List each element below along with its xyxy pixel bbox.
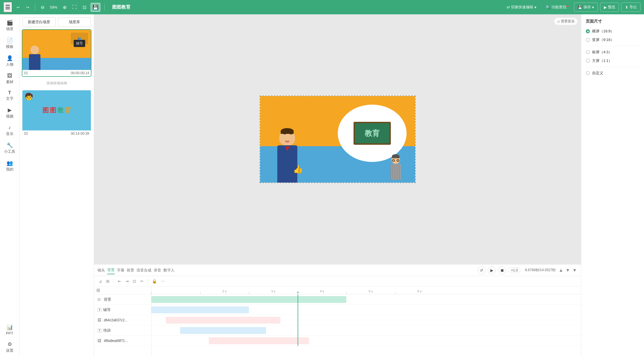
app-title: 图图教育: [112, 4, 130, 10]
layer-image-2[interactable]: 🖼 4f6a9ea69f71...: [94, 336, 151, 346]
layer-text-2[interactable]: T 培训: [94, 325, 151, 336]
ruler-mark-1s: [151, 290, 200, 293]
label-landscape: 横屏（16:9）: [592, 29, 614, 34]
layer-image-2-label: 4f6a9ea69f71...: [104, 339, 128, 343]
scene-library-button[interactable]: 场景库: [58, 17, 91, 27]
grid-tool-button[interactable]: ⊞: [105, 278, 111, 284]
fullscreen-button[interactable]: ⛶: [71, 3, 78, 11]
new-blank-scene-button[interactable]: 新建空白场景: [22, 17, 56, 27]
save-button[interactable]: 💾 保存 ▾: [574, 3, 598, 12]
sidebar-label-mine: 我的: [6, 167, 13, 172]
speed-control[interactable]: ×1.0: [508, 267, 520, 273]
tab-digital[interactable]: 数字人: [163, 267, 175, 274]
ruler-mark-3s: 3 s: [249, 290, 298, 293]
track-block-img2[interactable]: [209, 337, 309, 344]
sidebar-label-ppt: PPT: [6, 331, 13, 335]
option-standard[interactable]: 标屏（4:3）: [586, 50, 639, 55]
sidebar-label-video: 视频: [6, 114, 13, 119]
sidebar-item-music[interactable]: ♪ 音乐: [0, 122, 19, 139]
radio-custom[interactable]: [586, 71, 590, 75]
sidebar-item-text[interactable]: T 文字: [0, 87, 19, 104]
right-panel-title: 页面尺寸: [586, 19, 639, 24]
layer-text-1-label: 辅导: [103, 307, 111, 312]
save-icon-button[interactable]: 💾: [91, 3, 100, 12]
radio-landscape[interactable]: [586, 29, 590, 33]
tab-tts[interactable]: 语音合成: [136, 267, 151, 274]
save-icon: 💾: [578, 5, 582, 9]
tab-bg[interactable]: 背景: [107, 266, 115, 274]
option-square[interactable]: 方屏（1:1）: [586, 58, 639, 63]
lock-button[interactable]: 🔒: [151, 278, 158, 284]
sidebar-item-tools[interactable]: 🔧 小工具: [0, 139, 19, 157]
track-block-bg[interactable]: [151, 296, 346, 303]
music-note-icon: ♫: [557, 19, 560, 24]
track-block-text1[interactable]: [151, 306, 249, 313]
scene-card-02[interactable]: 图图教育 🧒 02 00:14-00:39: [22, 90, 91, 137]
scene-01-time: 00:00-00:14: [71, 71, 89, 75]
timeline-tabs: 镜头 背景 字幕 前景 语音合成 录音 数字人 ↺ ▶ ⏹ ×1.0 8.676…: [94, 265, 581, 276]
canvas-area: ♫ 背景音乐: [94, 14, 581, 264]
filter-tool-button[interactable]: ⊿: [97, 278, 103, 284]
timeline-labels: ⊞ ⊟ 背景 T 辅导 🖼 d64c2a637c2...: [94, 286, 151, 356]
more-tool-button[interactable]: ⋯: [160, 278, 166, 284]
timeline-collapse[interactable]: ▼: [572, 268, 577, 273]
track-block-text2[interactable]: [180, 327, 266, 334]
layer-image-1[interactable]: 🖼 d64c2a637c2...: [94, 315, 151, 325]
align-left-button[interactable]: ⇤: [117, 278, 122, 284]
timeline-up-arrow[interactable]: ▲: [558, 268, 564, 273]
option-custom[interactable]: 自定义: [586, 71, 639, 76]
sidebar-label-character: 人物: [6, 62, 13, 67]
zoom-in-button[interactable]: ⊕: [61, 3, 68, 11]
bg-music-button[interactable]: ♫ 背景音乐: [554, 18, 577, 25]
sidebar-item-character[interactable]: 👤 人物: [0, 52, 19, 70]
option-portrait[interactable]: 竖屏（9:16）: [586, 37, 639, 42]
menu-button[interactable]: ☰: [3, 2, 12, 12]
timeline-tracks[interactable]: 2 s 3 s 4 s 5 s 6 s: [151, 286, 581, 356]
layer-text-1[interactable]: T 辅导: [94, 305, 151, 315]
scene-card-01[interactable]: 辅导 👥 01 00:00-00:14: [22, 29, 91, 77]
tab-lens[interactable]: 镜头: [97, 267, 105, 274]
export-button[interactable]: ⬆ 导出: [621, 3, 641, 12]
switch-mode-button[interactable]: ⇄ 切换快速编辑 ▾: [503, 3, 540, 11]
radio-portrait[interactable]: [586, 38, 590, 42]
divider-1: [35, 4, 35, 11]
timeline-down-arrow[interactable]: ▼: [565, 268, 571, 273]
tab-subtitle[interactable]: 字幕: [117, 267, 124, 274]
sidebar-item-video[interactable]: ▶ 视频: [0, 104, 19, 122]
trim-button[interactable]: ✂: [139, 278, 145, 284]
text-icon: T: [8, 90, 11, 95]
track-block-img1[interactable]: [166, 317, 280, 324]
radio-square[interactable]: [586, 59, 590, 63]
redo-button[interactable]: ↪: [24, 4, 31, 11]
align-right-button[interactable]: ⇥: [124, 278, 130, 284]
feature-search-button[interactable]: 🔍 功能查找: [542, 3, 572, 11]
track-image-2: [151, 336, 581, 346]
timeline-label-header: ⊞: [94, 286, 151, 294]
zoom-out-button[interactable]: ⊖: [39, 3, 46, 11]
option-landscape[interactable]: 横屏（16:9）: [586, 29, 639, 34]
sidebar-item-ppt[interactable]: 📊 PPT: [0, 321, 19, 338]
scene-icon: 🎬: [7, 19, 13, 26]
fit-button[interactable]: ⊡: [81, 3, 88, 11]
settings-icon: ⚙: [7, 341, 12, 347]
character-icon: 👤: [7, 55, 13, 61]
stop-button[interactable]: ⏹: [498, 266, 506, 274]
layer-bg[interactable]: ⊟ 背景: [94, 294, 151, 305]
tab-record[interactable]: 录音: [154, 267, 161, 274]
sidebar-item-template[interactable]: 📄 模板: [0, 34, 19, 52]
sidebar-item-scene[interactable]: 🎬 场景: [0, 17, 19, 34]
preview-button[interactable]: ▶ 预览: [600, 3, 619, 12]
replay-button[interactable]: ↺: [477, 266, 485, 274]
distribute-button[interactable]: ⊡: [132, 278, 137, 284]
radio-standard[interactable]: [586, 50, 590, 54]
track-bg: [151, 294, 581, 305]
undo-button[interactable]: ↩: [15, 4, 22, 11]
add-transition-button[interactable]: 添加转场动画: [22, 79, 91, 87]
play-button[interactable]: ▶: [488, 266, 496, 274]
sidebar-item-mine[interactable]: 👥 我的: [0, 157, 19, 175]
template-icon: 📄: [7, 37, 13, 44]
blackboard-text: 教育: [365, 128, 380, 138]
tab-foreground[interactable]: 前景: [127, 267, 134, 274]
sidebar-item-settings[interactable]: ⚙ 设置: [0, 338, 19, 356]
sidebar-item-material[interactable]: 🖼 素材: [0, 70, 19, 87]
